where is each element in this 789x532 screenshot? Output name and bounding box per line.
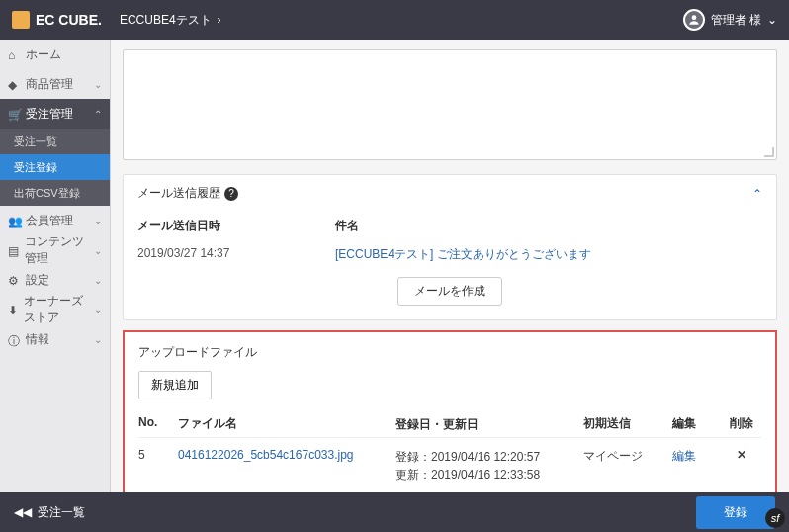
breadcrumb[interactable]: ECCUBE4テスト › xyxy=(120,12,221,29)
cart-icon: 🛒 xyxy=(8,108,20,120)
chevron-down-icon: ⌄ xyxy=(94,216,102,226)
mail-header-row: メール送信日時 件名 xyxy=(137,212,762,240)
mail-datetime: 2019/03/27 14:37 xyxy=(137,246,335,263)
user-menu[interactable]: 管理者 様 ⌄ xyxy=(683,9,777,31)
back-to-list-button[interactable]: ◀◀ 受注一覧 xyxy=(14,504,85,521)
sidebar-item-home[interactable]: ⌂ ホーム xyxy=(0,40,110,69)
save-button[interactable]: 登録 xyxy=(696,496,775,529)
cube-icon xyxy=(12,11,30,29)
sidebar-item-info[interactable]: ⓘ 情報 ⌄ xyxy=(0,324,110,354)
chevron-down-icon: ⌄ xyxy=(767,13,777,27)
col-edit: 編集 xyxy=(672,415,722,433)
sidebar-sub-order-list[interactable]: 受注一覧 xyxy=(0,129,110,154)
sidebar-sub-order-register[interactable]: 受注登録 xyxy=(0,154,110,180)
chevron-down-icon: ⌄ xyxy=(94,305,102,315)
breadcrumb-label: ECCUBE4テスト xyxy=(120,12,212,29)
chevron-right-icon: › xyxy=(218,13,221,27)
info-icon: ⓘ xyxy=(8,333,20,345)
main: ⌂ ホーム ◆ 商品管理 ⌄ 🛒 受注管理 ⌃ 受注一覧 受注登録 出荷CSV登… xyxy=(0,40,789,492)
edit-link[interactable]: 編集 xyxy=(672,449,696,463)
delete-icon[interactable]: ✕ xyxy=(737,448,746,462)
sidebar-item-order[interactable]: 🛒 受注管理 ⌃ xyxy=(0,99,110,129)
col-delete: 削除 xyxy=(722,415,761,433)
sidebar-item-product[interactable]: ◆ 商品管理 ⌄ xyxy=(0,69,110,99)
mail-subject-link[interactable]: [ECCUBE4テスト] ご注文ありがとうございます xyxy=(335,247,591,261)
cell-dates: 登録：2019/04/16 12:20:57 更新：2019/04/16 12:… xyxy=(395,448,583,484)
cell-no: 5 xyxy=(138,448,178,484)
mail-col-subject: 件名 xyxy=(335,218,762,234)
gear-icon: ⚙ xyxy=(8,274,20,286)
sidebar-sub-shipping-csv[interactable]: 出荷CSV登録 xyxy=(0,180,110,206)
tag-icon: ◆ xyxy=(8,78,20,90)
collapse-icon[interactable]: ⌃ xyxy=(752,187,762,201)
mail-history-panel: メール送信履歴 ? ⌃ メール送信日時 件名 2019/03/27 14:37 … xyxy=(123,174,777,320)
chevron-down-icon: ⌄ xyxy=(94,79,102,90)
chevron-down-icon: ⌄ xyxy=(94,275,102,286)
sidebar-label: 設定 xyxy=(26,272,49,289)
chevron-down-icon: ⌄ xyxy=(94,245,102,256)
file-icon: ▤ xyxy=(8,244,19,256)
sidebar-item-owners[interactable]: ⬇ オーナーズストア ⌄ xyxy=(0,295,110,324)
rewind-icon: ◀◀ xyxy=(14,505,32,519)
note-textarea[interactable] xyxy=(123,49,777,160)
sidebar-label: 情報 xyxy=(26,331,49,348)
sidebar-item-content[interactable]: ▤ コンテンツ管理 ⌄ xyxy=(0,235,110,265)
table-row: 5 0416122026_5cb54c167c033.jpg 登録：2019/0… xyxy=(138,438,761,492)
logo[interactable]: EC CUBE. xyxy=(12,11,102,29)
chevron-down-icon: ⌄ xyxy=(94,334,102,345)
file-link[interactable]: 0416122026_5cb54c167c033.jpg xyxy=(178,448,354,462)
home-icon: ⌂ xyxy=(8,48,20,60)
content-area: メール送信履歴 ? ⌃ メール送信日時 件名 2019/03/27 14:37 … xyxy=(111,40,789,492)
symfony-badge[interactable]: sf xyxy=(765,508,785,528)
sidebar-label: 受注管理 xyxy=(26,106,73,123)
panel-title: メール送信履歴 ? ⌃ xyxy=(137,185,762,202)
sidebar-label: ホーム xyxy=(26,46,61,63)
footer-bar: ◀◀ 受注一覧 登録 xyxy=(0,492,789,532)
col-initsale: 初期送信 xyxy=(583,415,672,433)
mail-data-row: 2019/03/27 14:37 [ECCUBE4テスト] ご注文ありがとうござ… xyxy=(137,240,762,269)
upload-table-header: No. ファイル名 登録日・更新日 初期送信 編集 削除 xyxy=(138,411,761,438)
sidebar-item-setting[interactable]: ⚙ 設定 ⌄ xyxy=(0,265,110,295)
col-dates: 登録日・更新日 xyxy=(395,415,583,433)
users-icon: 👥 xyxy=(8,215,20,226)
col-filename: ファイル名 xyxy=(178,415,395,433)
sidebar-label: オーナーズストア xyxy=(24,293,88,326)
mail-title: メール送信履歴 xyxy=(137,185,220,202)
sidebar-label: 商品管理 xyxy=(26,76,73,93)
col-no: No. xyxy=(138,415,178,433)
sidebar: ⌂ ホーム ◆ 商品管理 ⌄ 🛒 受注管理 ⌃ 受注一覧 受注登録 出荷CSV登… xyxy=(0,40,111,492)
upload-file-panel: アップロードファイル 新規追加 No. ファイル名 登録日・更新日 初期送信 編… xyxy=(123,330,777,492)
sidebar-label: コンテンツ管理 xyxy=(25,233,88,267)
mail-col-datetime: メール送信日時 xyxy=(137,218,335,234)
upload-title: アップロードファイル xyxy=(138,344,761,361)
help-icon[interactable]: ? xyxy=(224,187,238,201)
compose-mail-button[interactable]: メールを作成 xyxy=(397,277,502,306)
logo-text: EC CUBE. xyxy=(36,12,102,28)
svg-point-0 xyxy=(691,15,696,20)
user-label: 管理者 様 xyxy=(711,12,761,29)
user-icon xyxy=(683,9,705,31)
top-bar: EC CUBE. ECCUBE4テスト › 管理者 様 ⌄ xyxy=(0,0,789,40)
back-label: 受注一覧 xyxy=(38,504,85,521)
sidebar-item-member[interactable]: 👥 会員管理 ⌄ xyxy=(0,206,110,235)
chevron-up-icon: ⌃ xyxy=(94,109,102,120)
cell-initsale: マイページ xyxy=(583,448,672,484)
download-icon: ⬇ xyxy=(8,304,18,315)
sidebar-label: 会員管理 xyxy=(26,213,73,229)
add-new-button[interactable]: 新規追加 xyxy=(138,371,212,399)
